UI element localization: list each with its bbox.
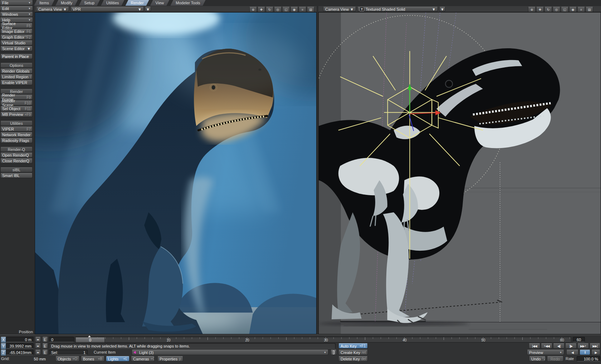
axis-z-button[interactable]: Z (1, 350, 6, 356)
tab-modify[interactable]: Modify (55, 0, 78, 6)
shortcut: F9 (26, 95, 31, 99)
menu-windows[interactable]: Windows▼ (0, 12, 33, 17)
zoom-view-icon[interactable]: ◎ (274, 7, 282, 12)
position-z-field[interactable]: -65.0419mm (6, 350, 34, 355)
label: Objects (58, 357, 71, 361)
create-key-button[interactable]: Create Keyret (338, 350, 368, 355)
viewport-menu-icon[interactable]: ≡ (577, 7, 585, 12)
sidebar-item-enable-viper[interactable]: Enable VIPER (0, 80, 33, 85)
menu-file[interactable]: File▼ (0, 0, 33, 5)
viewport-menu-icon[interactable]: ≡ (299, 7, 306, 12)
rotate-view-icon[interactable]: ↻ (544, 7, 552, 12)
auto-key-button[interactable]: Auto Key+F1 (338, 343, 368, 349)
position-x-field[interactable]: 0 m (6, 337, 34, 342)
tab-view[interactable]: View (150, 0, 170, 6)
sidebar-item-graph-editor[interactable]: Graph Editor^F2 (0, 35, 33, 40)
tab-utilities[interactable]: Utilities (101, 0, 124, 6)
label: Render Globals (2, 69, 29, 73)
item-type-objects-button[interactable]: Objects+O (55, 356, 79, 361)
undo-button[interactable]: Undo^Z (529, 356, 546, 361)
current-item-dropdown[interactable]: Light (3)▼ (132, 350, 328, 355)
properties-button[interactable]: Propertiesp (157, 356, 183, 361)
sidebar-item-viper[interactable]: VIPERF7 (0, 127, 33, 132)
go-last-frame-button[interactable]: ▶▶| (590, 343, 600, 349)
pan-view-icon[interactable]: ✚ (536, 7, 544, 12)
right-view-mode-select[interactable]: Camera View▼ (323, 7, 356, 11)
envelope-x-button[interactable]: E (42, 337, 48, 342)
step-forward-button[interactable]: ||▶ (565, 343, 577, 349)
preview-dropdown[interactable]: Preview▼ (527, 350, 564, 355)
sidebar-item-sel-object[interactable]: Sel ObjectF11 (0, 106, 33, 111)
redo-button[interactable]: Redo (547, 356, 563, 361)
right-render-mode-select[interactable]: TTextured Shaded Solid▼ (357, 7, 438, 11)
delete-key-button[interactable]: Delete Keydel (338, 356, 368, 361)
sidebar-item-image-editor[interactable]: Image EditorF6 (0, 29, 33, 34)
tab-setup[interactable]: Setup (79, 0, 100, 6)
timeline-slider-handle[interactable]: 0 (75, 338, 105, 343)
left-render-mode-select[interactable]: VPR▼ (70, 7, 144, 11)
right-viewport-options-button[interactable]: ▼ (439, 7, 445, 11)
sidebar-item-virtual-studio[interactable]: Virtual Studio (0, 40, 33, 45)
axis-x-button[interactable]: X (1, 337, 6, 343)
save-view-icon[interactable]: ▤ (586, 7, 593, 12)
go-first-frame-button[interactable]: |◀◀ (529, 343, 540, 349)
minmax-viewport-icon[interactable]: ◱ (282, 7, 290, 12)
pan-view-icon[interactable]: ✚ (258, 7, 265, 12)
rotate-view-icon[interactable]: ↻ (266, 7, 273, 12)
chevron-down-icon: ▼ (28, 18, 31, 22)
sidebar-item-radiosity-flags[interactable]: Radiosity Flags (0, 138, 33, 143)
sidebar-item-open-renderq[interactable]: Open RenderQ (0, 153, 33, 158)
axis-y-button[interactable]: Y (1, 343, 6, 349)
envelope-y-button[interactable]: E (42, 343, 48, 349)
current-frame-input[interactable]: 0 (49, 337, 74, 342)
next-keyframe-button[interactable]: ▶▶+ (577, 343, 589, 349)
left-view-mode-select[interactable]: Camera View▼ (36, 7, 69, 11)
sidebar-item-render-scene[interactable]: Render SceneF10 (0, 100, 33, 105)
sidebar-item-surface-editor[interactable]: Surface EditorF5 (0, 23, 33, 28)
prev-keyframe-button[interactable]: +◀◀ (541, 343, 552, 349)
tab-modeler-tools[interactable]: Modeler Tools (170, 0, 205, 6)
play-reverse-button[interactable]: ◀ (566, 350, 578, 355)
selection-count-field: Sel:1 (49, 350, 88, 355)
center-item-icon[interactable]: ⊕ (528, 7, 536, 12)
shortcut: +C (151, 357, 155, 361)
minmax-viewport-icon[interactable]: ◱ (561, 7, 568, 12)
tab-render[interactable]: Render (126, 0, 149, 6)
play-forward-button[interactable]: ▶ (591, 350, 600, 355)
vpr-render-trex-underwater (35, 13, 316, 334)
item-type-cameras-button[interactable]: Cameras+C (131, 356, 155, 361)
left-viewport-options-button[interactable]: ▼ (145, 7, 151, 11)
sidebar-item-network-render[interactable]: Network Render (0, 132, 33, 137)
sidebar-section-render-q: Render-Q (0, 147, 33, 152)
sidebar-item-mb-preview[interactable]: MB Preview+F9 (0, 112, 33, 117)
sidebar-item-close-renderq[interactable]: Close RenderQ (0, 158, 33, 163)
right-viewport-canvas[interactable] (318, 12, 601, 334)
rate-value-field[interactable]: 100.0 % (577, 356, 600, 361)
zoom-view-icon[interactable]: ◎ (553, 7, 560, 12)
pause-button[interactable]: ‖ (580, 350, 590, 355)
item-list-window-button[interactable] (331, 350, 337, 355)
sidebar-item-render-globals[interactable]: Render Globals (0, 69, 33, 74)
sidebar-item-limited-region[interactable]: Limited Regionl (0, 74, 33, 79)
nudge-z-button[interactable]: ◂▸ (35, 350, 41, 355)
nudge-y-button[interactable]: ◂▸ (35, 343, 41, 349)
center-item-icon[interactable]: ⊕ (249, 7, 257, 12)
position-y-field[interactable]: 39.9992 mm (6, 343, 34, 349)
menu-edit[interactable]: Edit▼ (0, 6, 33, 11)
sidebar-item-smart-ibl[interactable]: Smart IBL (0, 173, 33, 178)
sidebar-item-parent-in-place[interactable]: Parent in Place (0, 54, 33, 59)
end-frame-field[interactable]: 60 (573, 337, 585, 342)
item-type-lights-button[interactable]: Lights+L (106, 356, 130, 361)
step-back-button[interactable]: ◀|| (553, 343, 565, 349)
render-snapshot-icon[interactable]: ◉ (290, 7, 298, 12)
envelope-z-button[interactable]: E (42, 350, 48, 355)
tab-items[interactable]: Items (34, 0, 54, 6)
render-snapshot-icon[interactable]: ◉ (569, 7, 577, 12)
sidebar-item-scene-editor[interactable]: Scene Editor▼ (0, 46, 33, 51)
save-view-icon[interactable]: ▤ (307, 7, 314, 12)
chevron-down-icon: ▼ (146, 7, 150, 11)
timeline-slider-track[interactable]: 0 10 20 30 40 50 60 (75, 337, 571, 343)
left-viewport-canvas[interactable] (35, 12, 317, 334)
item-type-bones-button[interactable]: Bones+B (81, 356, 104, 361)
nudge-x-button[interactable]: ◂▸ (35, 337, 41, 342)
